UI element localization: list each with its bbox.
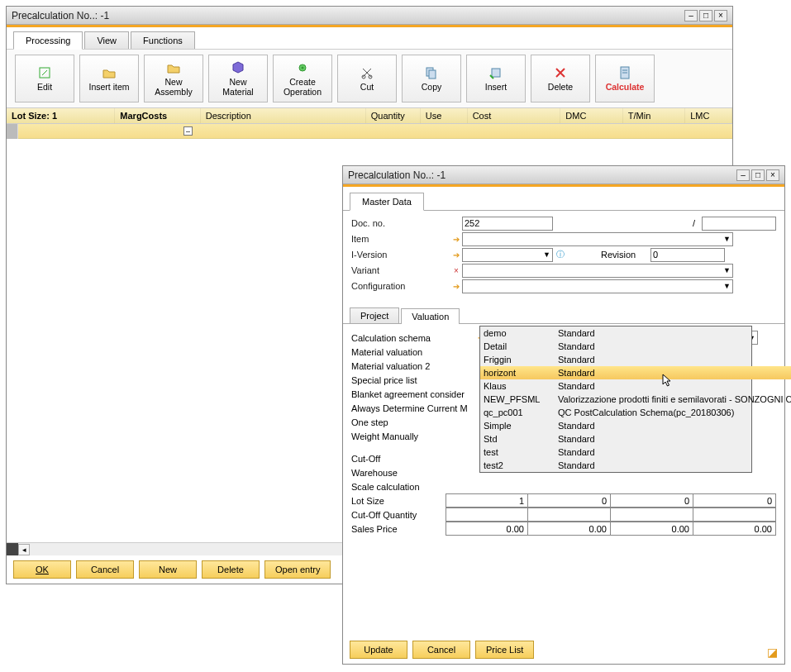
maximize-button[interactable]: □ (751, 169, 765, 181)
lotsize-cell[interactable]: 0 (611, 493, 693, 508)
price-list-button[interactable]: Price List (475, 641, 534, 659)
tab-view[interactable]: View (84, 31, 129, 49)
toolbar-label: NewMaterial (222, 78, 253, 97)
toolbar-label: Copy (422, 83, 442, 93)
cutoffqty-cell[interactable] (611, 508, 693, 522)
one-step-label: One step (351, 417, 475, 427)
edit-toolbar-button[interactable]: Edit (15, 55, 74, 102)
docno-suffix-input[interactable] (702, 217, 776, 231)
iversion-combo[interactable]: ▼ (462, 248, 553, 262)
titlebar[interactable]: Precalculation No..: -1 – □ × (7, 7, 732, 25)
svg-rect-6 (429, 70, 436, 79)
maximize-button[interactable]: □ (699, 10, 712, 21)
lotsize-label: Lot Size (351, 496, 446, 506)
tree-collapse-icon[interactable]: – (183, 126, 193, 136)
new-button[interactable]: New (139, 560, 197, 579)
salesprice-cell[interactable]: 0.00 (611, 522, 693, 536)
dropdown-option[interactable]: test2Standard (480, 459, 791, 472)
arrow-icon[interactable]: ➔ (450, 250, 462, 260)
cancel-button[interactable]: Cancel (412, 641, 470, 659)
close-button[interactable]: × (766, 169, 779, 181)
tab-processing[interactable]: Processing (13, 31, 83, 50)
folder2-toolbar-button[interactable]: NewAssembly (144, 55, 203, 102)
col-quantity[interactable]: Quantity (366, 108, 421, 123)
tab-functions[interactable]: Functions (131, 31, 195, 49)
dropdown-option[interactable]: horizontStandard (480, 366, 791, 379)
info-icon[interactable]: ⓘ (553, 249, 568, 260)
option-desc: Valorizzazione prodotti finiti e semilav… (558, 394, 791, 404)
variant-combo[interactable]: ▼ (462, 264, 733, 278)
col-tmin[interactable]: T/Min (623, 108, 685, 123)
col-description[interactable]: Description (201, 108, 366, 123)
window-title: Precalculation No..: -1 (12, 10, 684, 21)
calc-icon (617, 64, 633, 81)
col-cost[interactable]: Cost (468, 108, 561, 123)
minimize-button[interactable]: – (684, 10, 698, 21)
salesprice-cell[interactable]: 0.00 (446, 522, 528, 536)
open-entry-button[interactable]: Open entry (264, 560, 331, 579)
cube-toolbar-button[interactable]: NewMaterial (208, 55, 268, 102)
minimize-button[interactable]: – (736, 169, 750, 181)
dropdown-option[interactable]: testStandard (480, 446, 791, 459)
delx-toolbar-button[interactable]: Delete (531, 55, 590, 102)
col-lot-size[interactable]: Lot Size: 1 (7, 108, 115, 123)
dropdown-option[interactable]: DetailStandard (480, 340, 791, 353)
resize-grip-icon[interactable]: ◪ (767, 646, 778, 659)
salesprice-grid: 0.00 0.00 0.00 0.00 (446, 522, 776, 536)
cancel-button[interactable]: Cancel (76, 560, 134, 579)
edit-icon (36, 64, 53, 81)
tab-project[interactable]: Project (350, 307, 399, 323)
mouse-cursor-icon (661, 374, 673, 388)
cube-icon (230, 60, 246, 76)
dropdown-option[interactable]: demoStandard (480, 326, 791, 340)
col-margcosts[interactable]: MargCosts (115, 108, 200, 123)
arrow-icon[interactable]: ➔ (450, 282, 462, 291)
toolbar-label: Insert item (88, 83, 129, 93)
cutoffqty-cell[interactable] (446, 508, 528, 522)
docno-input[interactable] (462, 217, 553, 231)
row-selector[interactable] (7, 124, 18, 139)
dropdown-option[interactable]: SimpleStandard (480, 419, 791, 432)
copy-icon (423, 64, 440, 81)
dropdown-option[interactable]: qc_pc001QC PostCalculation Schema(pc_201… (480, 406, 791, 419)
option-code: test2 (484, 460, 558, 470)
item-combo[interactable]: ▼ (462, 232, 733, 246)
update-button[interactable]: Update (350, 641, 407, 659)
tab-valuation[interactable]: Valuation (401, 308, 460, 324)
toolbar-label: Edit (37, 83, 52, 93)
revision-input[interactable] (650, 248, 725, 262)
close-button[interactable]: × (714, 10, 727, 21)
calc-toolbar-button[interactable]: Calculate (595, 55, 655, 102)
col-use[interactable]: Use (421, 108, 468, 123)
titlebar[interactable]: Precalculation No..: -1 – □ × (343, 166, 784, 184)
lotsize-cell[interactable]: 1 (446, 493, 528, 508)
grid-first-row[interactable]: – (7, 124, 732, 139)
tab-master-data[interactable]: Master Data (350, 193, 424, 211)
option-desc: Standard (558, 328, 791, 338)
arrow-icon[interactable]: ➔ (450, 235, 462, 244)
cutoffqty-cell[interactable] (528, 508, 611, 522)
insert-toolbar-button[interactable]: Insert (466, 55, 526, 102)
col-lmc[interactable]: LMC (685, 108, 732, 123)
folder1-toolbar-button[interactable]: Insert item (79, 55, 139, 102)
salesprice-cell[interactable]: 0.00 (693, 522, 776, 536)
delete-button[interactable]: Delete (202, 560, 260, 579)
col-dmc[interactable]: DMC (560, 108, 622, 123)
cutoffqty-cell[interactable] (693, 508, 776, 522)
config-combo[interactable]: ▼ (462, 279, 733, 293)
option-desc: Standard (558, 421, 791, 431)
calc-schema-dropdown[interactable]: demoStandardDetailStandardFrigginStandar… (479, 326, 752, 473)
dropdown-option[interactable]: NEW_PFSMLValorizzazione prodotti finiti … (480, 393, 791, 406)
gear-toolbar-button[interactable]: CreateOperation (273, 55, 332, 102)
ok-button[interactable]: OK (13, 560, 71, 579)
dropdown-option[interactable]: FrigginStandard (480, 353, 791, 366)
dropdown-option[interactable]: StdStandard (480, 432, 791, 446)
salesprice-cell[interactable]: 0.00 (528, 522, 611, 536)
copy-toolbar-button[interactable]: Copy (402, 55, 461, 102)
clear-icon[interactable]: × (450, 266, 462, 275)
lotsize-cell[interactable]: 0 (528, 493, 611, 508)
scroll-left-arrow[interactable]: ◂ (18, 544, 30, 555)
cut-toolbar-button[interactable]: Cut (337, 55, 397, 102)
dropdown-option[interactable]: KlausStandard (480, 379, 791, 393)
lotsize-cell[interactable]: 0 (693, 493, 776, 508)
